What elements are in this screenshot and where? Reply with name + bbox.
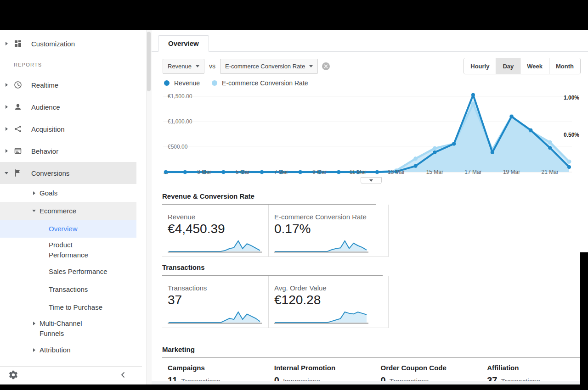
- section-revenue-conversion: Revenue & Conversion Rate Revenue €4,450…: [162, 192, 588, 257]
- chevron-right-icon[interactable]: [0, 127, 13, 131]
- sparkline-chart: [168, 310, 262, 324]
- legend-label: E-commerce Conversion Rate: [222, 79, 308, 87]
- clock-icon: [13, 81, 31, 89]
- secondary-metric-dropdown[interactable]: E-commerce Conversion Rate: [220, 59, 318, 74]
- sidebar-item-goals[interactable]: Goals: [0, 184, 136, 202]
- metric-card-conversion-rate[interactable]: E-commerce Conversion Rate 0.17%: [269, 205, 389, 257]
- settings-gear-icon[interactable]: [8, 370, 18, 382]
- section-marketing: Marketing Campaigns 11 Transactions Inte…: [162, 345, 588, 384]
- legend-item-conversion-rate: E-commerce Conversion Rate: [212, 79, 308, 87]
- sidebar-item-audience[interactable]: Audience: [0, 96, 136, 118]
- sidebar-scrollbar[interactable]: [146, 30, 152, 384]
- sidebar-footer: [0, 366, 142, 384]
- chevron-right-icon[interactable]: [0, 42, 13, 45]
- chart-legend: Revenue E-commerce Conversion Rate: [152, 79, 588, 87]
- metric-card-revenue[interactable]: Revenue €4,450.39: [162, 205, 269, 257]
- granularity-week-button[interactable]: Week: [520, 58, 549, 74]
- sidebar-item-ecommerce[interactable]: Ecommerce: [0, 202, 136, 220]
- sidebar-item-label: Attribution: [40, 345, 71, 355]
- sidebar-item-label: Behavior: [31, 147, 58, 155]
- acquisition-icon: [13, 125, 31, 133]
- legend-item-revenue: Revenue: [164, 79, 200, 87]
- marketing-label: Campaigns: [168, 364, 269, 372]
- x-axis-tick: 11 Mar: [345, 169, 371, 175]
- sidebar-item-label: Customization: [31, 40, 75, 48]
- sidebar-scrollbar-thumb[interactable]: [147, 32, 151, 91]
- chevron-down-icon: [369, 179, 373, 182]
- tab-bar: Overview: [152, 30, 588, 52]
- x-axis-tick: 9 Mar: [306, 169, 332, 175]
- sidebar-item-acquisition[interactable]: Acquisition: [0, 118, 136, 140]
- x-axis-tick: 17 Mar: [460, 169, 486, 175]
- sidebar-item-label: Multi-Channel Funnels: [40, 318, 104, 339]
- metric-value: 37: [168, 293, 268, 307]
- granularity-month-button[interactable]: Month: [549, 58, 580, 74]
- sidebar-item-customization[interactable]: Customization: [0, 33, 136, 55]
- section-title: Transactions: [162, 263, 383, 276]
- horizontal-scrollbar[interactable]: [152, 381, 588, 384]
- sidebar-item-label: Audience: [31, 103, 60, 111]
- conversion-series-dot-icon: [212, 80, 217, 86]
- sidebar-item-product-performance[interactable]: Product Performance: [0, 238, 136, 262]
- metric-card-transactions[interactable]: Transactions 37: [162, 276, 269, 328]
- y-axis-tick-left: €1,500.00: [168, 93, 192, 100]
- primary-metric-dropdown[interactable]: Revenue: [163, 59, 204, 74]
- sidebar-item-ecommerce-overview[interactable]: Overview: [0, 220, 136, 238]
- chevron-right-icon[interactable]: [0, 105, 13, 109]
- main-content: Overview Revenue vs E-commerce Conversio…: [152, 30, 588, 384]
- remove-secondary-metric-icon[interactable]: [322, 62, 330, 70]
- y-axis-tick-right: 0.50%: [564, 132, 579, 138]
- y-axis-tick-left: €1,000.00: [168, 118, 192, 125]
- marketing-label: Order Coupon Code: [381, 364, 482, 372]
- sparkline-chart: [274, 239, 368, 253]
- chevron-right-icon[interactable]: [0, 149, 13, 153]
- granularity-day-button[interactable]: Day: [496, 58, 520, 74]
- analytics-app: Customization REPORTS Realtime Audience …: [0, 30, 588, 384]
- sidebar-item-time-to-purchase[interactable]: Time to Purchase: [0, 298, 136, 316]
- x-axis-tick: 19 Mar: [499, 169, 525, 175]
- x-axis-tick: 5 Mar: [230, 169, 255, 175]
- x-axis-tick: 15 Mar: [422, 169, 447, 175]
- collapse-sidebar-icon[interactable]: [120, 372, 126, 380]
- chevron-right-icon[interactable]: [28, 191, 40, 195]
- primary-metric-label: Revenue: [168, 63, 192, 70]
- x-axis-tick: 21 Mar: [537, 169, 563, 175]
- tab-overview[interactable]: Overview: [158, 35, 209, 52]
- sidebar-item-label: Conversions: [31, 169, 69, 177]
- chart-collapse-button[interactable]: [361, 177, 382, 184]
- chevron-down-icon[interactable]: [28, 210, 40, 212]
- chevron-down-icon: [196, 65, 199, 67]
- sidebar-item-attribution[interactable]: Attribution: [0, 341, 136, 359]
- timeseries-chart: €1,500.00€1,000.00€500.001.00%0.50%…3 Ma…: [163, 89, 582, 186]
- granularity-hourly-button[interactable]: Hourly: [464, 58, 496, 74]
- chevron-down-icon: [309, 65, 313, 67]
- metric-value: €4,450.39: [168, 222, 268, 236]
- metric-label: Avg. Order Value: [274, 284, 388, 292]
- chart-controls-row: Revenue vs E-commerce Conversion Rate Ho…: [152, 52, 588, 76]
- metric-card-avg-order-value[interactable]: Avg. Order Value €120.28: [269, 276, 389, 328]
- sidebar-item-sales-performance[interactable]: Sales Performance: [0, 262, 136, 280]
- chevron-right-icon[interactable]: [0, 83, 13, 87]
- sidebar-item-behavior[interactable]: Behavior: [0, 140, 136, 162]
- revenue-series-dot-icon: [164, 80, 170, 86]
- sidebar-item-multi-channel-funnels[interactable]: Multi-Channel Funnels: [0, 316, 136, 341]
- right-letterbox-bar: [580, 252, 588, 384]
- sidebar-item-conversions[interactable]: Conversions: [0, 162, 136, 184]
- marketing-label: Affiliation: [487, 364, 588, 372]
- sidebar-item-label: Overview: [49, 222, 78, 236]
- chevron-right-icon[interactable]: [28, 348, 40, 352]
- sidebar-item-realtime[interactable]: Realtime: [0, 74, 136, 96]
- metric-label: Revenue: [168, 213, 268, 221]
- top-letterbox-bar: [0, 0, 588, 30]
- behavior-icon: [13, 147, 31, 155]
- granularity-toggle-group: Hourly Day Week Month: [464, 58, 581, 74]
- person-icon: [13, 103, 31, 111]
- chart-canvas: [163, 89, 572, 174]
- x-axis-tick: 3 Mar: [192, 169, 217, 175]
- chevron-right-icon[interactable]: [28, 322, 40, 325]
- chevron-down-icon[interactable]: [0, 172, 13, 174]
- metric-value: 0.17%: [274, 222, 388, 236]
- section-title: Marketing: [162, 345, 580, 358]
- legend-label: Revenue: [174, 79, 200, 87]
- sidebar-item-transactions[interactable]: Transactions: [0, 280, 136, 298]
